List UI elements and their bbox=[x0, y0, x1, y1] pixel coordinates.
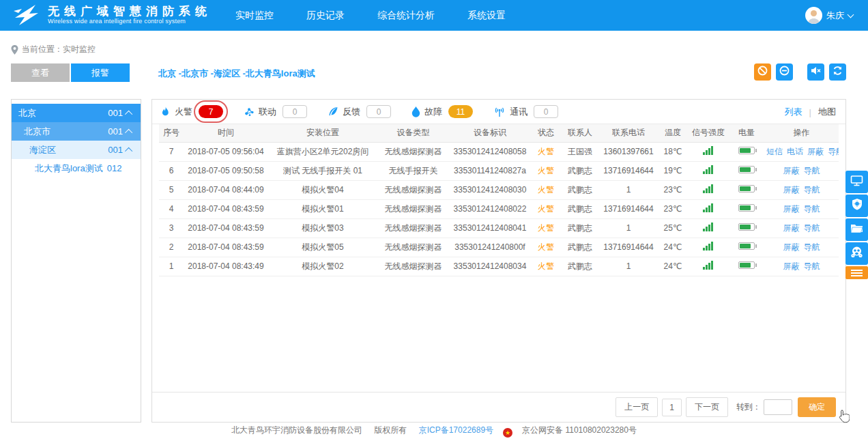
tree-item-beijing[interactable]: 北京001 bbox=[12, 104, 141, 122]
view-switch-list[interactable]: 列表 bbox=[785, 106, 802, 118]
action-block[interactable]: 屏蔽 bbox=[807, 147, 824, 156]
action-navigate[interactable]: 导航 bbox=[828, 147, 839, 156]
cell-temp: 24℃ bbox=[658, 257, 688, 276]
nav-realtime-monitor[interactable]: 实时监控 bbox=[235, 10, 274, 22]
cell-device-id: 3353012412408034 bbox=[449, 257, 531, 276]
filter-fire-alarm[interactable]: 火警7 bbox=[160, 105, 223, 118]
hazard-shortcut[interactable] bbox=[845, 242, 868, 265]
cell-type: 无线感烟探测器 bbox=[377, 180, 449, 199]
security-shortcut[interactable] bbox=[845, 195, 868, 217]
tree-item-beijing-city[interactable]: 北京市001 bbox=[12, 122, 141, 141]
gas-mask-icon bbox=[850, 246, 863, 261]
folder-icon bbox=[850, 223, 863, 237]
files-shortcut[interactable] bbox=[845, 218, 868, 241]
view-switch-map[interactable]: 地图 bbox=[818, 106, 836, 118]
status-badge: 火警 bbox=[531, 238, 561, 257]
action-sms[interactable]: 短信 bbox=[766, 147, 783, 156]
action-navigate[interactable]: 导航 bbox=[804, 242, 820, 252]
signal-bars-icon bbox=[703, 184, 714, 193]
chevron-up-icon[interactable] bbox=[125, 147, 132, 154]
battery-icon bbox=[738, 223, 755, 231]
nav-settings[interactable]: 系统设置 bbox=[467, 10, 506, 22]
footer-icp-link[interactable]: 京ICP备17022689号 bbox=[419, 425, 493, 435]
cell-location: 模拟火警01 bbox=[268, 199, 377, 218]
main-nav: 实时监控历史记录综合统计分析系统设置 bbox=[235, 10, 538, 22]
footer-security-record: 京公网安备 11010802023280号 bbox=[522, 425, 637, 435]
collapse-button[interactable] bbox=[776, 63, 793, 81]
cell-battery bbox=[729, 199, 764, 218]
action-navigate[interactable]: 导航 bbox=[804, 261, 820, 271]
chevron-up-icon[interactable] bbox=[125, 128, 132, 136]
table-row[interactable]: 22018-07-04 08:43:59模拟火警05无线感烟探测器3353012… bbox=[159, 238, 839, 257]
action-block[interactable]: 屏蔽 bbox=[783, 223, 800, 233]
chevron-up-icon[interactable] bbox=[125, 110, 132, 117]
page-number-button[interactable]: 1 bbox=[662, 399, 682, 416]
user-menu[interactable]: 朱庆 bbox=[805, 0, 853, 31]
action-navigate[interactable]: 导航 bbox=[804, 166, 820, 175]
column-header: 电量 bbox=[729, 124, 764, 142]
cell-actions: 屏蔽导航 bbox=[764, 180, 839, 199]
action-navigate[interactable]: 导航 bbox=[804, 204, 820, 214]
tree-item-haidian[interactable]: 海淀区001 bbox=[12, 141, 141, 159]
table-row[interactable]: 32018-07-04 08:43:59模拟火警03无线感烟探测器3353012… bbox=[159, 218, 839, 238]
table-row[interactable]: 12018-07-04 08:43:49模拟火警02无线感烟探测器3353012… bbox=[159, 257, 839, 276]
filter-linkage[interactable]: 联动0 bbox=[244, 105, 307, 118]
table-row[interactable]: 42018-07-04 08:43:59模拟火警01无线感烟探测器3353012… bbox=[159, 199, 839, 218]
column-header: 信号强度 bbox=[688, 124, 729, 142]
filter-fault[interactable]: 故障11 bbox=[411, 105, 473, 118]
monitor-shortcut[interactable] bbox=[845, 171, 868, 193]
status-badge: 火警 bbox=[531, 257, 561, 276]
filter-count-badge: 0 bbox=[534, 105, 558, 118]
column-header: 温度 bbox=[658, 124, 688, 142]
main-panel: 火警7联动0反馈0故障11通讯0 列表 | 地图 序号时间安装位置设备类型设备标… bbox=[151, 99, 846, 423]
view-switch-divider: | bbox=[809, 107, 811, 117]
action-navigate[interactable]: 导航 bbox=[804, 223, 820, 233]
action-block[interactable]: 屏蔽 bbox=[783, 166, 800, 175]
cell-location: 模拟火警04 bbox=[268, 180, 377, 199]
cell-contact: 武鹏志 bbox=[561, 161, 599, 180]
nav-history[interactable]: 历史记录 bbox=[306, 10, 345, 22]
tab-view[interactable]: 查看 bbox=[11, 63, 70, 82]
mini-tab-icon bbox=[851, 272, 863, 274]
filter-feedback[interactable]: 反馈0 bbox=[328, 105, 391, 118]
tree-item-count: 001 bbox=[108, 126, 123, 137]
filter-count-badge: 11 bbox=[448, 105, 473, 118]
refresh-button[interactable] bbox=[829, 63, 846, 81]
table-row[interactable]: 72018-07-05 09:56:04蓝旗营小区2单元202房间无线感烟探测器… bbox=[159, 142, 839, 161]
footer-company: 北大青鸟环宇消防设备股份有限公司 bbox=[231, 425, 362, 435]
filter-count-badge: 0 bbox=[366, 105, 391, 118]
national-emblem-icon: ★ bbox=[503, 428, 512, 438]
cell-battery bbox=[729, 180, 764, 199]
goto-page-input[interactable] bbox=[764, 399, 792, 415]
cell-type: 无线感烟探测器 bbox=[377, 257, 449, 276]
filter-comm[interactable]: 通讯0 bbox=[493, 105, 558, 118]
action-block[interactable]: 屏蔽 bbox=[783, 185, 800, 195]
region-tree-panel: 北京001北京市001海淀区001北大青鸟lora测试012 bbox=[11, 99, 141, 423]
table-row[interactable]: 52018-07-04 08:44:09模拟火警04无线感烟探测器3353012… bbox=[159, 180, 839, 199]
mute-button[interactable] bbox=[807, 63, 824, 81]
action-block[interactable]: 屏蔽 bbox=[783, 261, 800, 271]
tree-item-lora-test[interactable]: 北大青鸟lora测试012 bbox=[12, 159, 141, 177]
status-badge: 火警 bbox=[531, 199, 561, 218]
next-page-button[interactable]: 下一页 bbox=[686, 397, 728, 417]
table-row[interactable]: 62018-07-05 09:50:58测试 无线手报开关 01无线手报开关33… bbox=[159, 161, 839, 180]
flame-icon bbox=[160, 106, 171, 117]
cell-temp: 24℃ bbox=[658, 238, 688, 257]
action-block[interactable]: 屏蔽 bbox=[783, 242, 800, 252]
action-block[interactable]: 屏蔽 bbox=[783, 204, 800, 214]
cell-contact: 武鹏志 bbox=[561, 257, 599, 276]
orange-mini-tab[interactable] bbox=[845, 266, 868, 279]
action-navigate[interactable]: 导航 bbox=[804, 185, 820, 195]
prohibit-button[interactable] bbox=[754, 63, 771, 81]
confirm-button[interactable]: 确定 bbox=[798, 397, 836, 417]
prev-page-button[interactable]: 上一页 bbox=[616, 397, 658, 417]
action-call[interactable]: 电话 bbox=[787, 147, 803, 156]
tree-item-count: 001 bbox=[108, 145, 123, 155]
device-table-wrap: 序号时间安装位置设备类型设备标识状态联系人联系电话温度信号强度电量操作 7201… bbox=[152, 124, 845, 276]
tab-alarm[interactable]: 报警 bbox=[71, 63, 130, 82]
column-header: 联系人 bbox=[561, 124, 599, 142]
nav-statistics[interactable]: 综合统计分析 bbox=[377, 10, 435, 22]
shield-gear-icon bbox=[851, 198, 863, 214]
feather-icon bbox=[328, 106, 338, 117]
brand-block: 无线广域智慧消防系统 Wireless wide area intelligen… bbox=[48, 5, 212, 25]
